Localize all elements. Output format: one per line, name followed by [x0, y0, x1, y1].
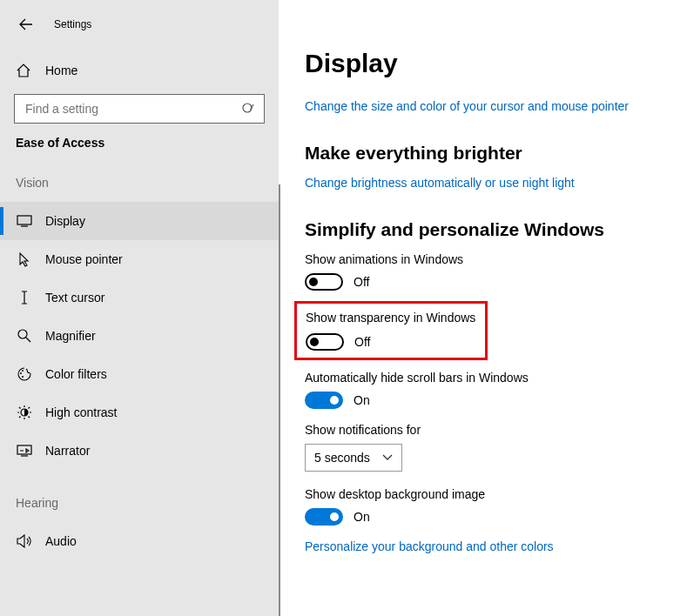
cursor-icon — [16, 251, 33, 267]
narrator-icon — [16, 445, 33, 457]
svg-rect-18 — [17, 445, 31, 454]
scrollbars-toggle[interactable] — [305, 392, 343, 409]
bg-toggle[interactable] — [305, 508, 343, 526]
transparency-state: Off — [354, 335, 370, 349]
transparency-label: Show transparency in Windows — [306, 311, 476, 325]
notifications-value: 5 seconds — [314, 451, 370, 465]
back-button[interactable] — [16, 14, 37, 35]
sidebar-item-label: High contrast — [45, 405, 117, 419]
sidebar-item-label: Display — [45, 214, 85, 228]
svg-point-7 — [22, 370, 24, 372]
home-icon — [16, 63, 33, 78]
sidebar-item-label: Narrator — [45, 444, 90, 458]
titlebar: Settings — [0, 12, 279, 37]
link-personalize[interactable]: Personalize your background and other co… — [305, 539, 554, 553]
home-button[interactable]: Home — [0, 54, 279, 87]
search-input[interactable] — [24, 101, 215, 117]
sidebar-item-high-contrast[interactable]: High contrast — [0, 393, 279, 432]
animations-toggle-row: Off — [305, 273, 661, 291]
svg-line-17 — [29, 407, 30, 409]
notifications-dropdown[interactable]: 5 seconds — [305, 444, 402, 472]
svg-line-5 — [26, 338, 30, 342]
sidebar-item-label: Color filters — [45, 367, 107, 381]
heading-brighter: Make everything brighter — [305, 143, 661, 164]
svg-point-4 — [18, 330, 27, 338]
group-vision: Vision — [0, 176, 279, 190]
svg-line-14 — [19, 407, 21, 409]
group-hearing: Hearing — [0, 496, 279, 510]
section-title: Ease of Access — [0, 136, 279, 150]
bg-state: On — [354, 510, 370, 524]
svg-point-6 — [20, 372, 22, 374]
sidebar-item-label: Mouse pointer — [45, 252, 123, 266]
transparency-toggle[interactable] — [306, 333, 344, 351]
animations-label: Show animations in Windows — [305, 252, 661, 266]
highlight-transparency: Show transparency in Windows Off — [294, 301, 488, 360]
sidebar-item-narrator[interactable]: Narrator — [0, 432, 279, 470]
content-pane: Display Change the size and color of you… — [279, 0, 687, 616]
animations-state: Off — [354, 275, 369, 289]
svg-point-0 — [243, 104, 252, 112]
magnifier-icon — [16, 328, 33, 344]
sidebar-item-mouse[interactable]: Mouse pointer — [0, 240, 279, 278]
monitor-icon — [16, 215, 33, 227]
svg-line-15 — [29, 417, 30, 418]
heading-simplify: Simplify and personalize Windows — [305, 219, 661, 240]
scrollbars-label: Automatically hide scroll bars in Window… — [305, 371, 661, 385]
link-cursor-settings[interactable]: Change the size and color of your cursor… — [305, 99, 629, 113]
link-brightness[interactable]: Change brightness automatically or use n… — [305, 176, 575, 190]
sidebar: Settings Home Ease of Access Vision Disp… — [0, 0, 279, 616]
sidebar-item-audio[interactable]: Audio — [0, 522, 279, 560]
palette-icon — [16, 366, 33, 382]
page-title: Display — [305, 49, 661, 78]
arrow-left-icon — [19, 17, 33, 31]
home-label: Home — [45, 64, 77, 77]
search-icon — [241, 102, 255, 116]
transparency-toggle-row: Off — [306, 333, 476, 351]
scrollbars-state: On — [354, 393, 370, 407]
contrast-icon — [16, 405, 33, 420]
bg-toggle-row: On — [305, 508, 661, 526]
sidebar-item-label: Text cursor — [45, 291, 104, 305]
sidebar-item-label: Audio — [45, 534, 77, 548]
sidebar-item-color-filters[interactable]: Color filters — [0, 355, 279, 393]
text-cursor-icon — [16, 290, 33, 305]
svg-line-16 — [19, 417, 21, 418]
speaker-icon — [16, 534, 33, 548]
search-box[interactable] — [14, 94, 265, 124]
bg-label: Show desktop background image — [305, 487, 661, 501]
sidebar-item-text-cursor[interactable]: Text cursor — [0, 278, 279, 317]
window-title: Settings — [54, 18, 91, 30]
chevron-down-icon — [382, 454, 393, 461]
sidebar-item-magnifier[interactable]: Magnifier — [0, 317, 279, 355]
svg-rect-2 — [17, 216, 31, 224]
svg-point-8 — [22, 376, 24, 378]
sidebar-item-label: Magnifier — [45, 329, 96, 343]
animations-toggle[interactable] — [305, 273, 343, 291]
scrollbars-toggle-row: On — [305, 392, 661, 409]
notifications-label: Show notifications for — [305, 423, 661, 437]
sidebar-item-display[interactable]: Display — [0, 202, 279, 240]
